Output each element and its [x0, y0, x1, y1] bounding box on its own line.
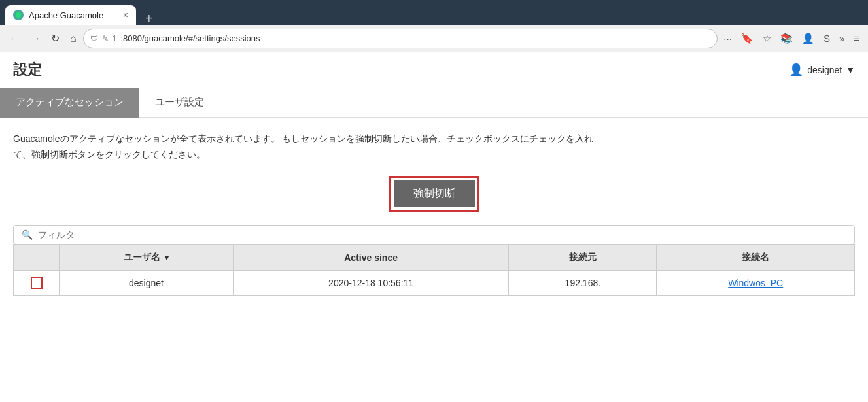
cell-source: 192.168.: [509, 270, 657, 295]
address-bar[interactable]: 🛡 ✎ 1 :8080/guacamole/#/settings/session…: [83, 29, 718, 48]
nav-right-controls: ··· 🔖 ☆ 📚 👤 S » ≡: [720, 31, 863, 46]
filter-input[interactable]: [38, 229, 846, 240]
home-button[interactable]: ⌂: [66, 30, 80, 47]
user-avatar-icon: 👤: [789, 63, 803, 77]
person-icon[interactable]: 👤: [799, 31, 818, 46]
forward-button[interactable]: →: [26, 30, 44, 47]
page-title: 設定: [13, 60, 42, 80]
more-options-button[interactable]: ···: [720, 31, 735, 46]
col-active-since: Active since: [233, 244, 508, 270]
tab-close-button[interactable]: ×: [123, 10, 128, 20]
tab-favicon-icon: [13, 10, 24, 20]
pocket-icon[interactable]: 🔖: [738, 31, 757, 46]
s-sync-icon[interactable]: S: [820, 31, 833, 46]
connection-link[interactable]: Windwos_PC: [728, 278, 783, 288]
user-menu-label: designet: [807, 65, 842, 75]
table-row: designet 2020-12-18 10:56:11 192.168. Wi…: [14, 270, 855, 295]
browser-tab[interactable]: Apache Guacamole ×: [5, 5, 136, 25]
description-text: Guacamoleのアクティブなセッションが全て表示されています。 もしセッショ…: [13, 131, 602, 163]
user-dropdown-icon: ▼: [846, 65, 855, 75]
star-icon[interactable]: ☆: [759, 31, 774, 46]
page-header: 設定 👤 designet ▼: [0, 52, 868, 88]
sessions-table: ユーザ名 ▾ Active since 接続元 接続名 designet: [13, 244, 855, 296]
sort-icon: ▾: [165, 254, 169, 261]
user-menu[interactable]: 👤 designet ▼: [789, 63, 855, 77]
shield-icon: 🛡: [90, 34, 98, 43]
new-tab-button[interactable]: +: [139, 12, 160, 25]
cell-checkbox[interactable]: [14, 270, 60, 295]
cell-active-since: 2020-12-18 10:56:11: [233, 270, 508, 295]
browser-chrome: Apache Guacamole × + ← → ↻ ⌂ 🛡 ✎ 1 :8080…: [0, 0, 868, 52]
table-header-row: ユーザ名 ▾ Active since 接続元 接続名: [14, 244, 855, 270]
force-disconnect-wrapper: 強制切断: [389, 176, 479, 212]
checkbox-wrapper: [24, 277, 48, 289]
table-body: designet 2020-12-18 10:56:11 192.168. Wi…: [14, 270, 855, 295]
tab-title: Apache Guacamole: [29, 10, 118, 20]
library-icon[interactable]: 📚: [777, 31, 796, 46]
tab-sessions[interactable]: アクティブなセッション: [0, 88, 139, 118]
table-header: ユーザ名 ▾ Active since 接続元 接続名: [14, 244, 855, 270]
cell-connection-name[interactable]: Windwos_PC: [657, 270, 855, 295]
pen-icon: ✎: [102, 34, 109, 43]
filter-bar[interactable]: 🔍: [13, 225, 855, 244]
hamburger-menu-button[interactable]: ≡: [850, 31, 863, 46]
back-button[interactable]: ←: [5, 30, 24, 47]
session-checkbox[interactable]: [31, 277, 43, 289]
button-area: 強制切断: [13, 176, 855, 212]
force-disconnect-button[interactable]: 強制切断: [394, 180, 475, 207]
count-badge: 1: [113, 34, 117, 43]
reload-button[interactable]: ↻: [47, 29, 63, 47]
search-icon: 🔍: [22, 229, 33, 240]
col-checkbox: [14, 244, 60, 270]
settings-tabs: アクティブなセッション ユーザ設定: [0, 88, 868, 118]
url-text[interactable]: :8080/guacamole/#/settings/sessions: [120, 33, 710, 43]
tab-bar: Apache Guacamole × +: [0, 0, 868, 25]
page-content: 設定 👤 designet ▼ アクティブなセッション ユーザ設定 Guacam…: [0, 52, 868, 402]
cell-username: designet: [60, 270, 234, 295]
col-source: 接続元: [509, 244, 657, 270]
col-connection-name: 接続名: [657, 244, 855, 270]
navigation-bar: ← → ↻ ⌂ 🛡 ✎ 1 :8080/guacamole/#/settings…: [0, 25, 868, 52]
overflow-icon[interactable]: »: [836, 31, 848, 46]
tab-user-settings[interactable]: ユーザ設定: [139, 88, 220, 118]
main-content: Guacamoleのアクティブなセッションが全て表示されています。 もしセッショ…: [0, 118, 868, 309]
col-username[interactable]: ユーザ名 ▾: [60, 244, 234, 270]
